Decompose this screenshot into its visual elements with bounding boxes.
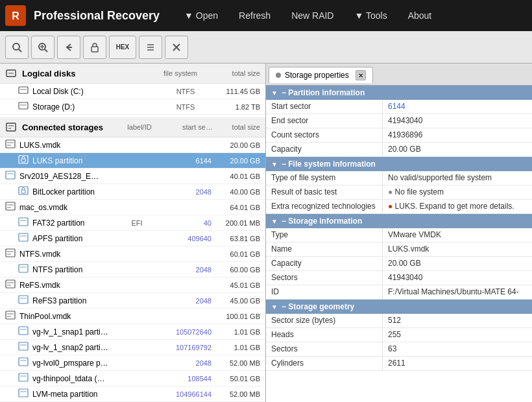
- storage-row[interactable]: vg-lv_1_snap1 parti… 105072640 1.01 GB: [0, 324, 265, 340]
- storage-icon: [18, 388, 30, 399]
- storage-size: 45.01 GB: [212, 281, 260, 289]
- storage-row[interactable]: ReFS.vmdk 45.01 GB: [0, 278, 265, 293]
- back-icon: [63, 41, 75, 53]
- prop-section-header[interactable]: ▼ − Storage information: [266, 214, 532, 228]
- storage-name: LUKS partition: [32, 156, 114, 165]
- storage-icon: [18, 373, 30, 384]
- prop-section-header[interactable]: ▼ − Storage geometry: [266, 300, 532, 314]
- section-title: − Storage information: [282, 217, 362, 226]
- storage-row[interactable]: ReFS3 partition 2048 45.00 GB: [0, 293, 265, 309]
- connected-storages-header: Connected storages label/ID start se… to…: [0, 117, 265, 137]
- prop-section-header[interactable]: ▼ − File system information: [266, 157, 532, 171]
- storage-icon: [18, 342, 30, 353]
- storage-row[interactable]: LVM-meta partition 104966144 52.00 MB: [0, 386, 265, 402]
- prop-key: ID: [266, 285, 383, 299]
- tab-close-button[interactable]: ✕: [356, 70, 366, 80]
- storage-row[interactable]: Srv2019_AES128_E… 40.01 GB: [0, 169, 265, 184]
- menu-open[interactable]: ▼ Open: [178, 8, 224, 23]
- storage-icon: [5, 248, 17, 259]
- logical-disks-header: Logical disks file system total size: [0, 64, 265, 84]
- prop-value: VMware VMDK: [383, 228, 532, 242]
- prop-value: 512: [383, 314, 532, 327]
- prop-key: Count sectors: [266, 128, 383, 142]
- svg-rect-31: [21, 190, 25, 193]
- storage-row[interactable]: BitLocker partition 2048 40.00 GB: [0, 184, 265, 200]
- storage-row[interactable]: NTFS partition 2048 60.00 GB: [0, 262, 265, 278]
- toolbar: HEX: [0, 31, 532, 64]
- storage-row[interactable]: vg-thinpool_tdata (… 108544 50.01 GB: [0, 371, 265, 386]
- tab-label: Storage properties: [285, 71, 349, 80]
- zoom-button[interactable]: [31, 36, 54, 59]
- search-icon: [11, 41, 23, 53]
- close-tool-button[interactable]: [165, 36, 188, 59]
- menu-tools[interactable]: ▼ Tools: [348, 8, 393, 23]
- svg-rect-52: [19, 327, 28, 335]
- prop-key: Type: [266, 228, 383, 242]
- svg-rect-39: [6, 249, 15, 257]
- storage-row[interactable]: vg-lv_1_snap2 parti… 107169792 1.01 GB: [0, 340, 265, 355]
- storage-row[interactable]: LUKS partition 6144 20.00 GB: [0, 153, 265, 169]
- storage-row[interactable]: ThinPool.vmdk 100.01 GB: [0, 309, 265, 324]
- section-title: − Storage geometry: [282, 302, 354, 311]
- search-button[interactable]: [5, 36, 29, 59]
- storage-name: vg-lvol0_pmspare p…: [32, 359, 114, 368]
- prop-value: F:/Virtual Machines/Ubuntu-MATE 64-: [383, 285, 532, 299]
- storage-name: APFS partition: [32, 234, 114, 243]
- storage-name: NTFS partition: [32, 265, 114, 274]
- title-bar: R Professional Recovery ▼ Open Refresh N…: [0, 0, 532, 31]
- prop-row: Sectors41943040: [266, 271, 532, 285]
- svg-rect-16: [19, 87, 28, 93]
- svg-rect-54: [19, 342, 28, 350]
- menu-new-raid[interactable]: New RAID: [285, 8, 340, 23]
- svg-rect-44: [6, 280, 15, 288]
- storage-size: 50.01 GB: [212, 375, 260, 383]
- menu-refresh[interactable]: Refresh: [232, 8, 277, 23]
- prop-value: No file system: [383, 185, 532, 199]
- storage-start: 105072640: [160, 328, 212, 336]
- logical-disks-title: Logical disks: [22, 69, 149, 78]
- back-button[interactable]: [57, 36, 80, 59]
- zoom-icon: [37, 41, 49, 53]
- storage-row[interactable]: NTFS.vmdk 60.01 GB: [0, 246, 265, 262]
- prop-value: LUKS. Expand to get more details.: [383, 200, 532, 213]
- prop-content: ▼ − Partition informationStart sector614…: [266, 86, 532, 402]
- storage-properties-tab[interactable]: Storage properties ✕: [269, 67, 373, 83]
- prop-row: Heads255: [266, 328, 532, 342]
- storage-size: 60.01 GB: [212, 250, 260, 258]
- fs-col-header: file system: [154, 69, 206, 77]
- storage-row[interactable]: mac_os.vmdk 64.01 GB: [0, 200, 265, 215]
- disk-fs: NTFS: [160, 103, 212, 111]
- prop-row: Type of file systemNo valid/supported fi…: [266, 171, 532, 185]
- lock-button[interactable]: [83, 36, 106, 59]
- svg-rect-20: [6, 123, 16, 131]
- section-toggle: ▼: [271, 303, 278, 311]
- start-col-header: start se…: [167, 123, 213, 131]
- prop-value: 63: [383, 342, 532, 356]
- list-button[interactable]: [139, 36, 162, 59]
- storage-size: 1.01 GB: [212, 328, 260, 336]
- prop-section-header[interactable]: ▼ − Partition information: [266, 86, 532, 100]
- storage-row[interactable]: vg-lvol0_pmspare p… 2048 52.00 MB: [0, 355, 265, 371]
- connected-storages-icon: [5, 121, 17, 133]
- storage-size: 52.00 MB: [212, 390, 260, 398]
- storage-row[interactable]: LUKS.vmdk 20.00 GB: [0, 137, 265, 153]
- logical-disk-row[interactable]: Storage (D:) NTFS 1.82 TB: [0, 99, 265, 115]
- size-col-header: total size: [212, 69, 260, 77]
- prop-row: Capacity20.00 GB: [266, 257, 532, 271]
- prop-key: Capacity: [266, 257, 383, 270]
- prop-value: 6144: [383, 100, 532, 113]
- prop-key: Sectors: [266, 342, 383, 356]
- connected-storages-title: Connected storages: [22, 123, 112, 132]
- storage-start: 6144: [160, 157, 212, 165]
- logical-disk-row[interactable]: Local Disk (C:) NTFS 111.45 GB: [0, 84, 265, 99]
- disk-icon: [18, 101, 30, 112]
- prop-key: Type of file system: [266, 171, 383, 185]
- menu-about[interactable]: About: [402, 8, 439, 23]
- prop-value: No valid/supported file system: [383, 171, 532, 185]
- main-area: Logical disks file system total size Loc…: [0, 64, 532, 402]
- storage-icon: [18, 357, 30, 368]
- prop-row: End sector41943040: [266, 114, 532, 128]
- hex-button[interactable]: HEX: [109, 36, 136, 59]
- storage-row[interactable]: APFS partition 409640 63.81 GB: [0, 231, 265, 246]
- storage-row[interactable]: FAT32 partition EFI 40 200.01 MB: [0, 215, 265, 231]
